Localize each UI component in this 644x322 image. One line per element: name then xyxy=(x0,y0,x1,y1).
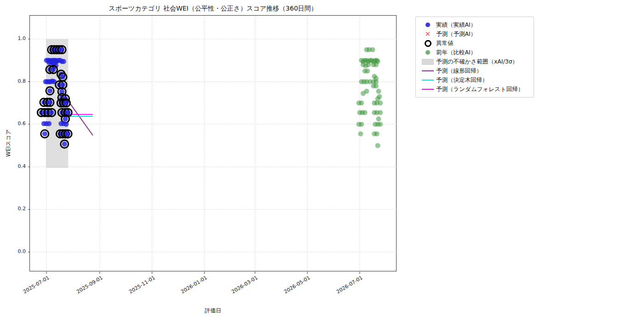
data-point-actual xyxy=(47,100,52,105)
legend-label: 異常値 xyxy=(436,40,454,47)
legend-item-decision-tree: 予測（決定木回帰） xyxy=(420,75,530,85)
data-point-actual xyxy=(63,100,69,105)
data-point-prev-year xyxy=(370,47,375,52)
y-tick-label: 0.8 xyxy=(0,78,26,84)
legend: 実績（実績AI）✕予測（予測AI）異常値前年（比較AI）予測の不確かさ範囲（xA… xyxy=(415,17,534,98)
decision-tree-marker-glyph xyxy=(422,80,434,80)
x-tick-label: 2026-05-01 xyxy=(283,275,311,295)
decision-tree-marker-icon xyxy=(420,80,436,80)
legend-item-outlier: 異常値 xyxy=(420,39,530,48)
actual-marker-icon xyxy=(420,23,436,27)
y-tick-label: 1.0 xyxy=(0,35,26,41)
linear-regression-marker-icon xyxy=(420,70,436,71)
data-point-actual xyxy=(60,82,65,87)
x-tick-label: 2025-09-01 xyxy=(75,275,104,295)
legend-label: 前年（比較AI） xyxy=(436,49,476,57)
y-tick-label: 0.0 xyxy=(0,248,26,254)
legend-item-random-forest: 予測（ランダムフォレスト回帰） xyxy=(420,85,530,94)
legend-item-actual: 実績（実績AI） xyxy=(420,20,530,29)
data-point-actual xyxy=(42,131,47,136)
data-point-prev-year xyxy=(376,116,381,121)
x-tick-label: 2026-03-01 xyxy=(231,275,259,295)
chart-title: スポーツカテゴリ 社会WEI（公平性・公正さ）スコア推移（360日間） xyxy=(29,5,397,13)
data-point-prev-year xyxy=(362,110,368,115)
random-forest-marker-glyph xyxy=(422,89,434,90)
uncertainty-range-marker-glyph xyxy=(422,59,434,65)
forecast-marker-glyph: ✕ xyxy=(425,31,431,37)
data-point-prev-year xyxy=(378,110,383,115)
legend-item-uncertainty-range: 予測の不確かさ範囲（xAI/3σ） xyxy=(420,57,530,66)
data-point-prev-year xyxy=(364,89,369,94)
data-point-actual xyxy=(60,75,65,80)
legend-label: 実績（実績AI） xyxy=(436,21,476,29)
x-tick-label: 2026-01-01 xyxy=(180,275,209,295)
prev-year-marker-glyph xyxy=(426,50,430,55)
data-point-prev-year xyxy=(375,96,380,101)
x-tick-label: 2025-11-01 xyxy=(128,275,156,295)
data-point-prev-year xyxy=(374,83,379,88)
legend-item-forecast: ✕予測（予測AI） xyxy=(420,29,530,39)
forecast-marker-icon: ✕ xyxy=(420,31,436,37)
prev-year-marker-icon xyxy=(420,50,436,55)
outlier-marker-icon xyxy=(420,40,436,47)
data-point-prev-year xyxy=(375,143,380,148)
x-axis-label: 評価日 xyxy=(29,307,397,315)
data-point-actual xyxy=(63,122,69,127)
legend-item-linear-regression: 予測（線形回帰） xyxy=(420,66,530,75)
x-tick-label: 2025-07-01 xyxy=(22,275,51,295)
data-point-prev-year xyxy=(366,62,371,67)
data-point-prev-year xyxy=(376,89,381,94)
chart-figure: スポーツカテゴリ 社会WEI（公平性・公正さ）スコア推移（360日間） 評価日 … xyxy=(0,0,644,322)
data-point-prev-year xyxy=(374,131,380,136)
data-point-prev-year xyxy=(359,100,364,105)
legend-label: 予測（ランダムフォレスト回帰） xyxy=(436,86,523,93)
data-point-prev-year xyxy=(358,131,363,136)
data-point-actual xyxy=(49,110,54,115)
y-tick-label: 0.2 xyxy=(0,206,26,212)
data-point-actual xyxy=(62,142,67,147)
legend-item-prev-year: 前年（比較AI） xyxy=(420,48,530,57)
data-point-prev-year xyxy=(359,122,364,127)
data-point-actual xyxy=(47,88,52,93)
x-tick-label: 2026-07-01 xyxy=(335,275,364,295)
random-forest-marker-icon xyxy=(420,89,436,90)
legend-label: 予測（線形回帰） xyxy=(436,67,482,75)
legend-label: 予測（決定木回帰） xyxy=(436,76,488,84)
actual-marker-glyph xyxy=(426,23,430,27)
y-tick-label: 0.4 xyxy=(0,163,26,169)
data-point-actual xyxy=(46,121,52,126)
data-point-actual xyxy=(59,47,64,52)
legend-label: 予測（予測AI） xyxy=(436,30,476,38)
data-point-actual xyxy=(65,110,70,115)
data-point-prev-year xyxy=(365,69,370,74)
outlier-marker-glyph xyxy=(425,40,431,47)
data-point-actual xyxy=(51,67,56,72)
legend-label: 予測の不確かさ範囲（xAI/3σ） xyxy=(436,58,518,66)
data-point-prev-year xyxy=(378,100,383,105)
plot-area xyxy=(29,15,397,271)
linear-regression-marker-glyph xyxy=(422,70,434,71)
data-point-actual xyxy=(65,131,70,136)
data-point-prev-year xyxy=(374,62,379,67)
plot-canvas xyxy=(30,16,397,272)
data-point-actual xyxy=(61,59,66,64)
data-point-actual xyxy=(63,116,68,121)
data-point-prev-year xyxy=(378,122,383,127)
y-axis-label: WEIスコア xyxy=(5,129,12,157)
uncertainty-range-marker-icon xyxy=(420,59,436,65)
y-tick-label: 0.6 xyxy=(0,121,26,126)
